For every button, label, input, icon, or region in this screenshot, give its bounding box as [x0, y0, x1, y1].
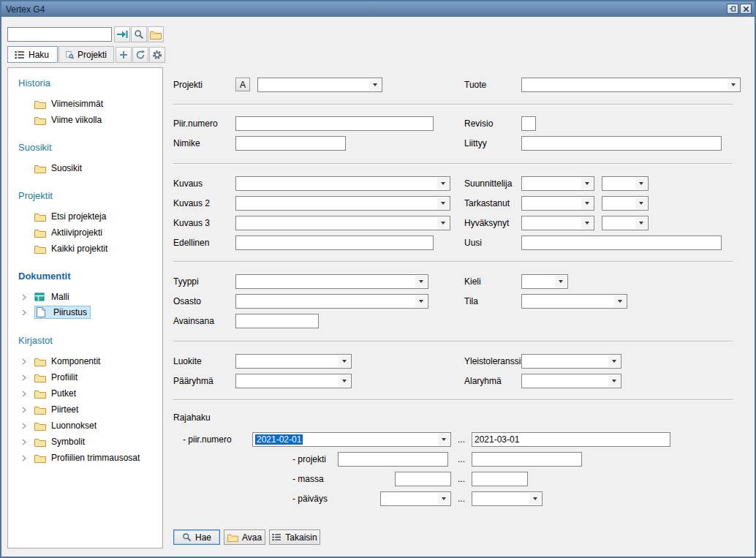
tyyppi-combo[interactable] — [235, 274, 428, 289]
gear-icon — [152, 50, 162, 60]
tila-combo[interactable] — [521, 294, 627, 309]
titlebar[interactable]: Vertex G4 — [1, 1, 755, 17]
liittyy-input[interactable] — [521, 136, 722, 151]
range-massa-to-input[interactable] — [472, 472, 528, 486]
sidebar-item-viimeisimmat[interactable]: Viimeisimmät — [21, 97, 103, 111]
range-massa-from-input[interactable] — [395, 472, 451, 486]
chevron-down-icon — [727, 79, 739, 91]
chevron-right-icon[interactable] — [21, 423, 34, 429]
tab-projekti[interactable]: Projekti — [58, 46, 114, 63]
range-separator-text: ... — [458, 454, 465, 465]
search-icon — [182, 532, 192, 542]
yleistoleranssi-combo[interactable] — [521, 354, 621, 369]
sidebar-item-piirteet[interactable]: Piirteet — [21, 402, 78, 417]
tarkastanut-combo-2[interactable] — [602, 196, 649, 211]
osasto-label: Osasto — [173, 296, 201, 307]
pin-button[interactable] — [727, 4, 738, 14]
tarkastanut-label: Tarkastanut — [464, 198, 510, 209]
chevron-down-icon — [555, 276, 567, 287]
chevron-right-icon[interactable] — [21, 294, 34, 301]
kuvaus2-combo[interactable] — [235, 196, 450, 211]
sidebar-item-kaikki-projektit[interactable]: Kaikki projektit — [21, 241, 107, 256]
close-button[interactable] — [740, 4, 752, 14]
chevron-right-icon[interactable] — [21, 407, 34, 413]
projekti-label: Projekti — [173, 80, 203, 91]
kieli-combo[interactable] — [521, 274, 568, 289]
range-piir-numero-to-input[interactable] — [472, 432, 670, 447]
tuote-combo[interactable] — [521, 78, 741, 92]
range-projekti-from-input[interactable] — [338, 452, 448, 467]
sidebar-item-etsi-projekteja[interactable]: Etsi projekteja — [21, 209, 106, 224]
add-tab-button[interactable] — [116, 47, 132, 63]
tab-haku[interactable]: Haku — [7, 46, 58, 63]
avainsana-input[interactable] — [235, 314, 319, 328]
sidebar-item-profiilien-trimmausosat[interactable]: Profiilien trimmausosat — [21, 450, 140, 465]
sidebar-item-putket[interactable]: Putket — [21, 386, 76, 401]
sidebar-item-suosikit[interactable]: Suosikit — [21, 161, 82, 176]
hyvaksynyt-combo[interactable] — [521, 216, 594, 230]
alaryhma-combo[interactable] — [521, 374, 621, 388]
sidebar-item-aktiiviprojekti[interactable]: Aktiiviprojekti — [21, 225, 102, 240]
range-piir-numero-label: - piir.numero — [183, 434, 232, 445]
search-input[interactable] — [7, 27, 112, 42]
range-paivays-to-combo[interactable] — [472, 491, 543, 506]
hyvaksynyt-combo-2[interactable] — [602, 216, 649, 230]
kuvaus3-combo[interactable] — [235, 216, 450, 230]
revisio-input[interactable] — [521, 116, 536, 131]
osasto-combo[interactable] — [235, 294, 428, 309]
pin-icon — [729, 5, 736, 12]
sidebar-item-label: Piirustus — [53, 307, 87, 317]
paaryhma-combo[interactable] — [235, 374, 352, 388]
sidebar-item-luonnokset[interactable]: Luonnokset — [21, 418, 97, 433]
go-arrow-icon — [116, 29, 128, 39]
range-paivays-label: - päiväys — [292, 494, 328, 505]
a-button[interactable]: A — [235, 78, 250, 91]
chevron-right-icon[interactable] — [21, 309, 34, 316]
chevron-right-icon[interactable] — [21, 374, 34, 381]
chevron-right-icon[interactable] — [21, 358, 34, 365]
avaa-button[interactable]: Avaa — [224, 529, 265, 545]
takaisin-button[interactable]: Takaisin — [269, 529, 320, 545]
projekti-combo[interactable] — [257, 78, 382, 92]
suunnittelija-combo[interactable] — [521, 176, 594, 191]
search-button[interactable] — [131, 26, 147, 42]
sidebar-item-symbolit[interactable]: Symbolit — [21, 434, 85, 449]
plus-icon — [119, 50, 128, 59]
range-paivays-from-combo[interactable] — [380, 491, 451, 506]
kuvaus-label: Kuvaus — [173, 178, 203, 189]
chevron-right-icon[interactable] — [21, 439, 34, 445]
sidebar-header-kirjastot: Kirjastot — [18, 335, 53, 346]
uusi-input[interactable] — [521, 235, 722, 250]
sidebar-item-piirustus[interactable]: Piirustus — [21, 305, 91, 320]
sidebar-item-label: Suosikit — [51, 163, 82, 173]
range-separator-text: ... — [458, 434, 465, 445]
sidebar-item-viime-viikolla[interactable]: Viime viikolla — [21, 113, 102, 127]
piir-numero-input[interactable] — [235, 116, 434, 131]
sidebar-item-malli[interactable]: Malli — [21, 290, 69, 304]
range-massa-label: - massa — [292, 474, 324, 485]
sidebar-item-label: Luonnokset — [51, 421, 97, 431]
kuvaus-combo[interactable] — [235, 176, 450, 191]
refresh-button[interactable] — [132, 47, 148, 63]
sidebar-item-profiilit[interactable]: Profiilit — [21, 370, 78, 385]
hae-button[interactable]: Hae — [173, 529, 220, 545]
nimike-input[interactable] — [235, 136, 346, 151]
tarkastanut-combo[interactable] — [521, 196, 594, 211]
open-folder-button[interactable] — [148, 26, 164, 42]
sidebar-item-komponentit[interactable]: Komponentit — [21, 354, 100, 369]
go-search-button[interactable] — [114, 26, 130, 42]
range-piir-numero-from-combo[interactable]: 2021-02-01 — [252, 432, 451, 447]
chevron-down-icon — [635, 217, 647, 229]
sidebar-header-suosikit: Suosikit — [18, 142, 52, 153]
suunnittelija-combo-2[interactable] — [602, 176, 649, 191]
edellinen-input[interactable] — [235, 235, 434, 250]
chevron-down-icon — [608, 355, 620, 367]
a-button-label: A — [240, 80, 246, 90]
chevron-right-icon[interactable] — [21, 455, 34, 461]
settings-button[interactable] — [149, 47, 165, 63]
range-projekti-to-input[interactable] — [472, 452, 582, 467]
chevron-down-icon — [339, 375, 350, 387]
chevron-right-icon[interactable] — [21, 391, 34, 397]
luokite-combo[interactable] — [235, 354, 352, 369]
separator — [173, 399, 733, 401]
